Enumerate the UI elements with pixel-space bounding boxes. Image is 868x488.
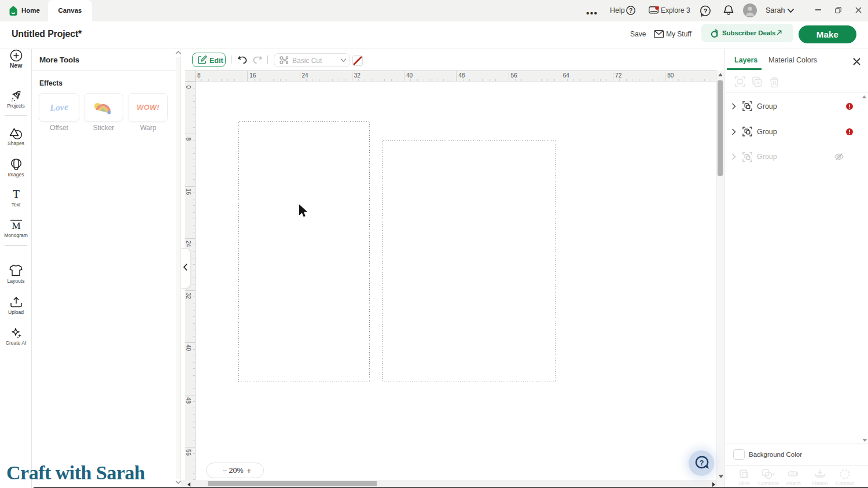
svg-text:?: ? [629, 8, 632, 14]
svg-text:?: ? [704, 8, 708, 14]
svg-text:T: T [13, 188, 20, 200]
svg-text:?: ? [700, 459, 704, 467]
svg-text:M: M [12, 220, 20, 231]
